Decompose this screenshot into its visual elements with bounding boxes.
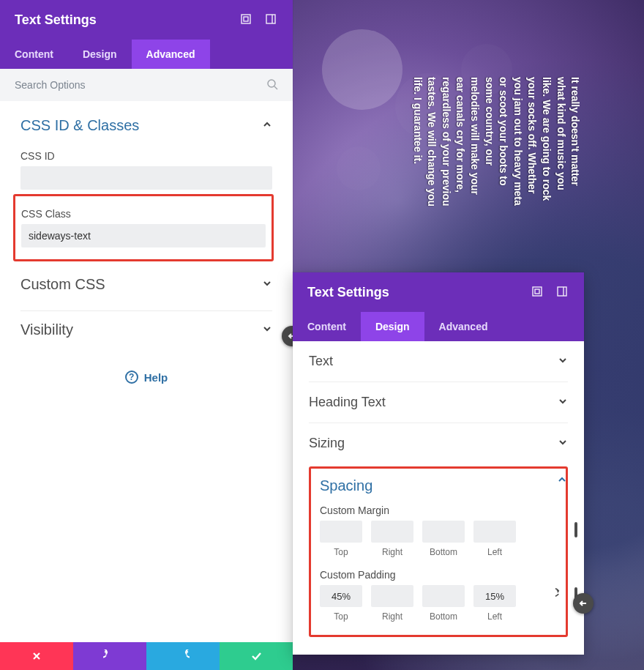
chevron-down-icon bbox=[262, 324, 272, 336]
search-input[interactable] bbox=[15, 79, 266, 91]
tabs: Content Design Advanced bbox=[0, 40, 293, 69]
left-settings-panel: Text Settings Content Design Advanced CS… bbox=[0, 0, 293, 642]
svg-line-5 bbox=[274, 86, 277, 89]
search-bar[interactable] bbox=[0, 69, 293, 101]
svg-point-4 bbox=[268, 80, 275, 87]
panel-title: Text Settings bbox=[307, 285, 389, 300]
cancel-button[interactable] bbox=[0, 642, 73, 670]
sideways-paragraph: It really doesn't matter what kind of mu… bbox=[410, 77, 582, 267]
svg-rect-2 bbox=[266, 15, 275, 23]
right-settings-panel: Text Settings Content Design Advanced Te… bbox=[293, 272, 584, 655]
help-icon: ? bbox=[125, 371, 138, 384]
margin-row: Top Right Bottom Left bbox=[320, 521, 557, 557]
save-button[interactable] bbox=[220, 642, 293, 670]
padding-bottom-input[interactable] bbox=[422, 585, 465, 607]
svg-rect-0 bbox=[242, 15, 250, 23]
margin-bottom-input[interactable] bbox=[422, 521, 465, 543]
highlight-css-class: CSS Class bbox=[13, 194, 274, 261]
collapse-right-button[interactable] bbox=[573, 593, 594, 614]
svg-rect-1 bbox=[244, 17, 248, 21]
tab-design[interactable]: Design bbox=[68, 40, 132, 69]
section-title: Heading Text bbox=[309, 395, 386, 410]
phone-icon[interactable] bbox=[574, 524, 577, 537]
tab-content[interactable]: Content bbox=[293, 312, 361, 341]
custom-padding-label: Custom Padding bbox=[320, 569, 557, 581]
tab-advanced[interactable]: Advanced bbox=[424, 312, 503, 341]
section-spacing: Spacing Custom Margin Top Right Bottom L… bbox=[309, 466, 568, 637]
chevron-down-icon bbox=[558, 355, 568, 368]
reset-icon[interactable] bbox=[555, 588, 567, 603]
padding-right-input[interactable] bbox=[371, 585, 413, 607]
section-title: Sizing bbox=[309, 436, 345, 451]
svg-rect-10 bbox=[535, 289, 539, 294]
side-label: Right bbox=[371, 547, 413, 557]
chevron-down-icon bbox=[558, 396, 568, 409]
section-text[interactable]: Text bbox=[309, 341, 568, 381]
section-title: Custom CSS bbox=[20, 276, 105, 293]
padding-top-input[interactable] bbox=[320, 585, 362, 607]
margin-left-input[interactable] bbox=[473, 521, 516, 543]
tab-advanced[interactable]: Advanced bbox=[132, 40, 210, 69]
svg-rect-11 bbox=[558, 287, 566, 296]
side-label: Bottom bbox=[422, 547, 465, 557]
tabs: Content Design Advanced bbox=[293, 312, 584, 341]
action-bar bbox=[0, 642, 293, 670]
chevron-up-icon[interactable] bbox=[554, 472, 570, 488]
section-title: Text bbox=[309, 354, 333, 369]
undo-button[interactable] bbox=[73, 642, 146, 670]
tab-content[interactable]: Content bbox=[0, 40, 68, 69]
bokeh bbox=[337, 146, 381, 190]
dock-icon[interactable] bbox=[555, 284, 569, 299]
help-link[interactable]: ? Help bbox=[0, 353, 293, 401]
side-label: Right bbox=[371, 611, 413, 622]
panel-header: Text Settings bbox=[293, 272, 584, 312]
section-css-id-classes[interactable]: CSS ID & Classes bbox=[20, 107, 272, 144]
panel-title: Text Settings bbox=[15, 12, 97, 28]
tab-design[interactable]: Design bbox=[361, 312, 424, 341]
margin-right-input[interactable] bbox=[371, 521, 413, 543]
chevron-down-icon bbox=[558, 437, 568, 450]
side-label: Top bbox=[320, 547, 362, 557]
bokeh bbox=[322, 29, 402, 110]
panel-header: Text Settings bbox=[0, 0, 293, 40]
side-label: Bottom bbox=[422, 611, 465, 622]
side-label: Left bbox=[473, 611, 516, 622]
spacing-title: Spacing bbox=[320, 477, 557, 494]
expand-icon[interactable] bbox=[530, 284, 544, 299]
section-title: CSS ID & Classes bbox=[20, 117, 139, 134]
expand-icon[interactable] bbox=[239, 12, 253, 26]
dock-icon[interactable] bbox=[263, 12, 278, 26]
custom-margin-label: Custom Margin bbox=[320, 505, 557, 516]
side-label: Top bbox=[320, 611, 362, 622]
padding-row: Top Right Bottom Left bbox=[320, 585, 557, 622]
chevron-up-icon bbox=[262, 119, 272, 132]
css-class-label: CSS Class bbox=[21, 208, 266, 220]
help-label: Help bbox=[144, 371, 168, 384]
side-label: Left bbox=[473, 547, 516, 557]
section-visibility[interactable]: Visibility bbox=[20, 311, 272, 349]
section-sizing[interactable]: Sizing bbox=[309, 423, 568, 464]
section-title: Visibility bbox=[20, 321, 73, 338]
svg-rect-9 bbox=[533, 287, 542, 296]
padding-left-input[interactable] bbox=[473, 585, 516, 607]
css-class-input[interactable] bbox=[21, 224, 266, 247]
section-heading-text[interactable]: Heading Text bbox=[309, 381, 568, 423]
search-icon[interactable] bbox=[266, 78, 278, 92]
css-id-label: CSS ID bbox=[20, 150, 272, 162]
margin-top-input[interactable] bbox=[320, 521, 362, 543]
chevron-down-icon bbox=[262, 278, 272, 291]
css-id-input[interactable] bbox=[20, 166, 272, 190]
section-custom-css[interactable]: Custom CSS bbox=[20, 266, 272, 303]
redo-button[interactable] bbox=[146, 642, 220, 670]
